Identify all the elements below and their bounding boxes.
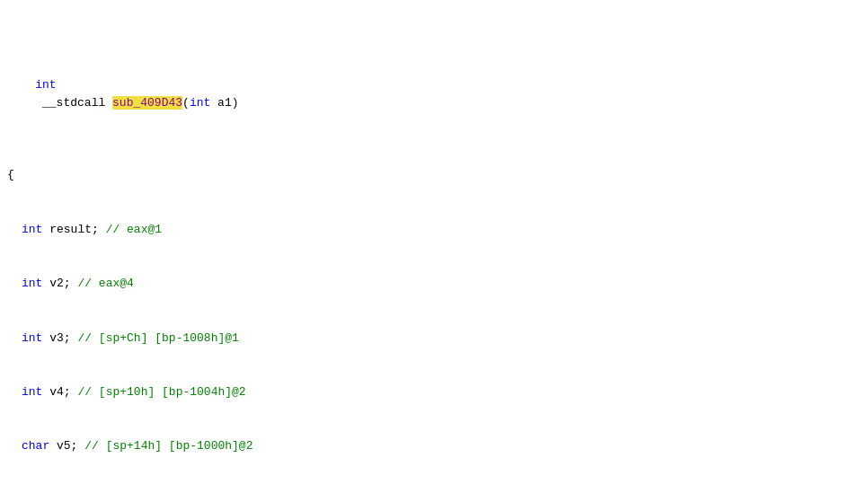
comment-2: // eax@4 xyxy=(77,277,133,290)
kw-int-4: int xyxy=(22,385,42,399)
function-signature-line: int __stdcall sub_409D43(int a1) xyxy=(7,57,861,130)
comment-3: // [sp+Ch] [bp-1008h]@1 xyxy=(77,331,238,345)
param-name: a1) xyxy=(210,96,238,110)
brace-open: { xyxy=(7,166,861,184)
kw-char: char xyxy=(22,439,49,453)
var-v3: int v3; // [sp+Ch] [bp-1008h]@1 xyxy=(7,330,861,348)
comment-4: // [sp+10h] [bp-1004h]@2 xyxy=(77,385,245,399)
param-keyword: int xyxy=(190,96,210,110)
function-name-highlighted: sub_409D43 xyxy=(112,96,182,110)
var-result: int result; // eax@1 xyxy=(7,221,861,239)
comment-1: // eax@1 xyxy=(106,223,162,236)
keyword-int: int xyxy=(35,78,56,92)
code-view: int __stdcall sub_409D43(int a1) { int r… xyxy=(0,0,868,493)
kw-int-2: int xyxy=(22,277,42,290)
var-v5: char v5; // [sp+14h] [bp-1000h]@2 xyxy=(7,437,861,455)
function-params: ( xyxy=(182,96,190,110)
var-v2: int v2; // eax@4 xyxy=(7,275,861,293)
comment-5: // [sp+14h] [bp-1000h]@2 xyxy=(84,439,252,453)
kw-int-1: int xyxy=(22,223,42,236)
var-v4: int v4; // [sp+10h] [bp-1004h]@2 xyxy=(7,383,861,401)
kw-int-3: int xyxy=(22,331,42,345)
calling-convention: __stdcall xyxy=(35,96,112,110)
